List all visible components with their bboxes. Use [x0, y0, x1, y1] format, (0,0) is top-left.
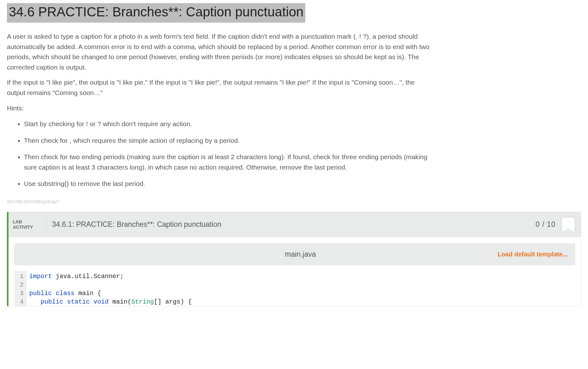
lab-body: main.java Load default template... 1234 …	[8, 237, 581, 306]
code-line[interactable]: import java.util.Scanner;	[29, 272, 192, 281]
lab-tag-line1: LAB	[13, 219, 42, 224]
hint-item: Use substring() to remove the last perio…	[24, 179, 432, 189]
paragraph-2: If the input is "I like pie", the output…	[7, 77, 432, 98]
paragraph-1: A user is asked to type a caption for a …	[7, 31, 432, 72]
code-line[interactable]: public static void main(String[] args) {	[29, 298, 192, 306]
line-number: 1	[20, 272, 24, 281]
lab-title: 34.6.1: PRACTICE: Branches**: Caption pu…	[46, 219, 535, 230]
hints-label: Hints:	[7, 103, 432, 114]
lab-activity-container: LAB ACTIVITY 34.6.1: PRACTICE: Branches*…	[7, 212, 581, 307]
problem-content: A user is asked to type a caption for a …	[7, 31, 432, 189]
lab-score: 0 / 10	[535, 219, 556, 230]
line-number: 4	[20, 298, 24, 306]
code-content[interactable]: import java.util.Scanner; public class m…	[27, 271, 192, 306]
code-line[interactable]: public class main {	[29, 289, 192, 298]
hint-item: Start by checking for ! or ? which don't…	[24, 119, 432, 129]
line-gutter: 1234	[14, 271, 27, 306]
watermark-id: 501708.2691598.qx3zqy7	[7, 198, 581, 205]
lab-header: LAB ACTIVITY 34.6.1: PRACTICE: Branches*…	[8, 212, 581, 237]
page-title: 34.6 PRACTICE: Branches**: Caption punct…	[7, 3, 305, 23]
lab-activity-tag: LAB ACTIVITY	[12, 219, 46, 229]
hints-list: Start by checking for ! or ? which don't…	[7, 119, 432, 189]
hint-item: Then check for , which requires the simp…	[24, 136, 432, 146]
code-line[interactable]	[29, 281, 192, 289]
line-number: 3	[20, 289, 24, 298]
bookmark-icon[interactable]	[561, 217, 575, 232]
line-number: 2	[20, 281, 24, 289]
hint-item: Then check for two ending periods (makin…	[24, 152, 432, 172]
file-name: main.java	[103, 249, 498, 260]
code-editor[interactable]: 1234 import java.util.Scanner; public cl…	[14, 271, 575, 306]
lab-tag-line2: ACTIVITY	[13, 225, 42, 230]
file-bar: main.java Load default template...	[14, 243, 575, 266]
load-default-template-button[interactable]: Load default template...	[498, 249, 568, 259]
